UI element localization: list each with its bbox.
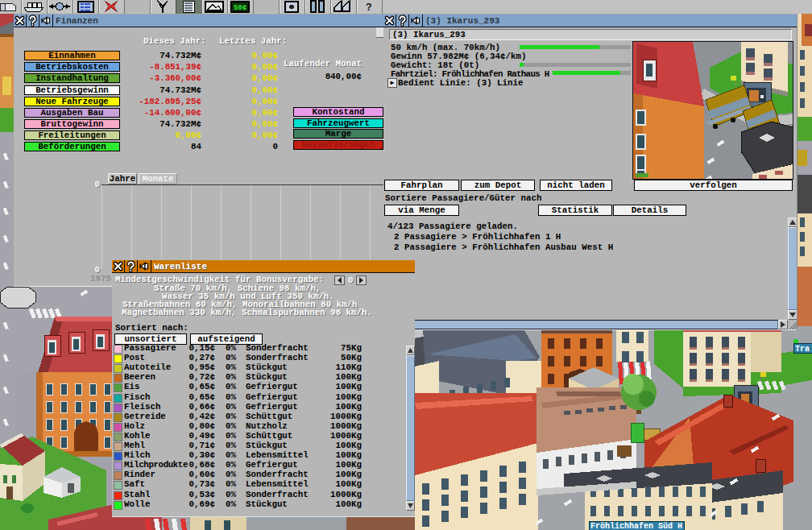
svg-text:?: ?: [366, 2, 372, 14]
svg-text:Tra: Tra: [795, 345, 810, 354]
svg-text:50¢: 50¢: [234, 4, 246, 12]
svg-text:Fröhlichhafen Süd H: Fröhlichhafen Süd H: [590, 522, 682, 530]
